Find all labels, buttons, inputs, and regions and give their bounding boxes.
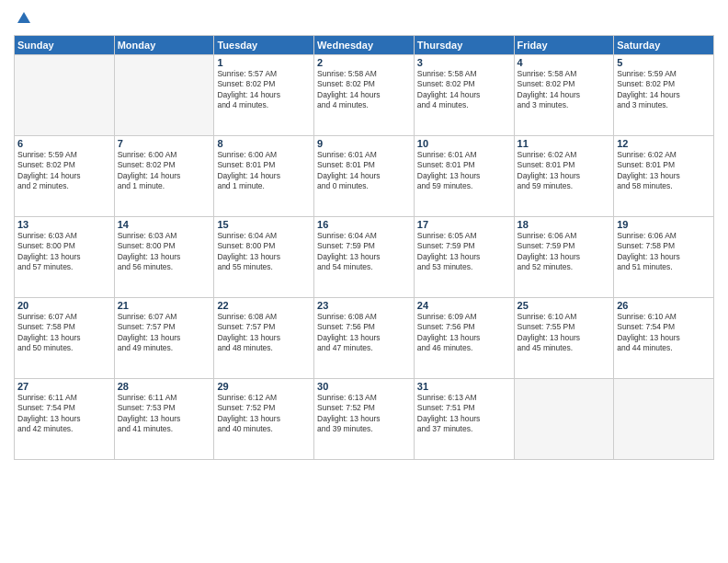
day-detail: Sunrise: 6:11 AM Sunset: 7:54 PM Dayligh… (17, 393, 111, 435)
day-number: 2 (317, 57, 411, 68)
day-number: 15 (217, 219, 311, 230)
calendar: SundayMondayTuesdayWednesdayThursdayFrid… (14, 35, 714, 460)
day-cell: 28Sunrise: 6:11 AM Sunset: 7:53 PM Dayli… (114, 378, 214, 459)
day-detail: Sunrise: 6:13 AM Sunset: 7:51 PM Dayligh… (417, 393, 511, 435)
logo-text (14, 9, 32, 28)
day-detail: Sunrise: 6:06 AM Sunset: 7:59 PM Dayligh… (518, 231, 611, 273)
week-row-1: 1Sunrise: 5:57 AM Sunset: 8:02 PM Daylig… (15, 54, 714, 135)
day-cell: 7Sunrise: 6:00 AM Sunset: 8:02 PM Daylig… (114, 135, 214, 216)
day-cell: 5Sunrise: 5:59 AM Sunset: 8:02 PM Daylig… (614, 54, 714, 135)
day-number: 24 (417, 300, 511, 311)
day-cell: 18Sunrise: 6:06 AM Sunset: 7:59 PM Dayli… (514, 216, 614, 297)
day-number: 20 (17, 300, 111, 311)
day-number: 23 (317, 300, 411, 311)
day-detail: Sunrise: 6:10 AM Sunset: 7:55 PM Dayligh… (518, 312, 611, 354)
day-detail: Sunrise: 6:13 AM Sunset: 7:52 PM Dayligh… (317, 393, 411, 435)
week-row-3: 13Sunrise: 6:03 AM Sunset: 8:00 PM Dayli… (15, 216, 714, 297)
day-cell: 13Sunrise: 6:03 AM Sunset: 8:00 PM Dayli… (15, 216, 115, 297)
col-header-wednesday: Wednesday (314, 35, 415, 54)
day-number: 8 (217, 138, 311, 149)
day-detail: Sunrise: 6:01 AM Sunset: 8:01 PM Dayligh… (317, 150, 411, 192)
day-cell (15, 54, 115, 135)
calendar-header-row: SundayMondayTuesdayWednesdayThursdayFrid… (15, 35, 714, 54)
day-detail: Sunrise: 6:02 AM Sunset: 8:01 PM Dayligh… (518, 150, 611, 192)
day-cell (114, 54, 214, 135)
day-number: 28 (118, 381, 211, 392)
day-number: 27 (17, 381, 111, 392)
day-cell: 26Sunrise: 6:10 AM Sunset: 7:54 PM Dayli… (614, 297, 714, 378)
day-cell: 4Sunrise: 5:58 AM Sunset: 8:02 PM Daylig… (514, 54, 614, 135)
day-cell: 17Sunrise: 6:05 AM Sunset: 7:59 PM Dayli… (414, 216, 514, 297)
day-number: 7 (118, 138, 211, 149)
day-cell: 3Sunrise: 5:58 AM Sunset: 8:02 PM Daylig… (414, 54, 514, 135)
day-cell (614, 378, 714, 459)
day-detail: Sunrise: 5:58 AM Sunset: 8:02 PM Dayligh… (317, 69, 411, 111)
day-number: 4 (518, 57, 611, 68)
week-row-4: 20Sunrise: 6:07 AM Sunset: 7:58 PM Dayli… (15, 297, 714, 378)
day-number: 14 (118, 219, 211, 230)
day-number: 3 (417, 57, 511, 68)
week-row-5: 27Sunrise: 6:11 AM Sunset: 7:54 PM Dayli… (15, 378, 714, 459)
day-cell: 11Sunrise: 6:02 AM Sunset: 8:01 PM Dayli… (514, 135, 614, 216)
day-detail: Sunrise: 5:58 AM Sunset: 8:02 PM Dayligh… (417, 69, 511, 111)
day-detail: Sunrise: 5:59 AM Sunset: 8:02 PM Dayligh… (617, 69, 711, 111)
day-detail: Sunrise: 5:59 AM Sunset: 8:02 PM Dayligh… (17, 150, 111, 192)
day-number: 9 (317, 138, 411, 149)
col-header-thursday: Thursday (414, 35, 514, 54)
day-cell: 29Sunrise: 6:12 AM Sunset: 7:52 PM Dayli… (214, 378, 314, 459)
day-number: 31 (417, 381, 511, 392)
day-detail: Sunrise: 6:04 AM Sunset: 8:00 PM Dayligh… (217, 231, 311, 273)
day-cell: 14Sunrise: 6:03 AM Sunset: 8:00 PM Dayli… (114, 216, 214, 297)
day-detail: Sunrise: 6:03 AM Sunset: 8:00 PM Dayligh… (17, 231, 111, 273)
day-detail: Sunrise: 6:12 AM Sunset: 7:52 PM Dayligh… (217, 393, 311, 435)
day-number: 18 (518, 219, 611, 230)
day-cell: 6Sunrise: 5:59 AM Sunset: 8:02 PM Daylig… (15, 135, 115, 216)
logo (14, 9, 32, 28)
day-cell: 15Sunrise: 6:04 AM Sunset: 8:00 PM Dayli… (214, 216, 314, 297)
day-detail: Sunrise: 6:11 AM Sunset: 7:53 PM Dayligh… (118, 393, 211, 435)
day-detail: Sunrise: 6:04 AM Sunset: 7:59 PM Dayligh… (317, 231, 411, 273)
day-cell: 1Sunrise: 5:57 AM Sunset: 8:02 PM Daylig… (214, 54, 314, 135)
day-detail: Sunrise: 6:05 AM Sunset: 7:59 PM Dayligh… (417, 231, 511, 273)
day-detail: Sunrise: 6:07 AM Sunset: 7:57 PM Dayligh… (118, 312, 211, 354)
day-number: 6 (17, 138, 111, 149)
day-number: 16 (317, 219, 411, 230)
page: SundayMondayTuesdayWednesdayThursdayFrid… (0, 0, 728, 563)
day-number: 25 (518, 300, 611, 311)
day-number: 1 (217, 57, 311, 68)
day-cell: 23Sunrise: 6:08 AM Sunset: 7:56 PM Dayli… (314, 297, 415, 378)
day-number: 13 (17, 219, 111, 230)
day-cell: 22Sunrise: 6:08 AM Sunset: 7:57 PM Dayli… (214, 297, 314, 378)
day-cell: 27Sunrise: 6:11 AM Sunset: 7:54 PM Dayli… (15, 378, 115, 459)
day-detail: Sunrise: 6:02 AM Sunset: 8:01 PM Dayligh… (617, 150, 711, 192)
day-number: 5 (617, 57, 711, 68)
day-cell: 9Sunrise: 6:01 AM Sunset: 8:01 PM Daylig… (314, 135, 415, 216)
col-header-monday: Monday (114, 35, 214, 54)
day-cell: 16Sunrise: 6:04 AM Sunset: 7:59 PM Dayli… (314, 216, 415, 297)
day-number: 30 (317, 381, 411, 392)
day-cell: 24Sunrise: 6:09 AM Sunset: 7:56 PM Dayli… (414, 297, 514, 378)
day-cell: 19Sunrise: 6:06 AM Sunset: 7:58 PM Dayli… (614, 216, 714, 297)
day-number: 22 (217, 300, 311, 311)
day-detail: Sunrise: 6:01 AM Sunset: 8:01 PM Dayligh… (417, 150, 511, 192)
day-detail: Sunrise: 6:06 AM Sunset: 7:58 PM Dayligh… (617, 231, 711, 273)
day-detail: Sunrise: 6:00 AM Sunset: 8:02 PM Dayligh… (118, 150, 211, 192)
day-number: 29 (217, 381, 311, 392)
day-detail: Sunrise: 5:57 AM Sunset: 8:02 PM Dayligh… (217, 69, 311, 111)
day-detail: Sunrise: 6:00 AM Sunset: 8:01 PM Dayligh… (217, 150, 311, 192)
week-row-2: 6Sunrise: 5:59 AM Sunset: 8:02 PM Daylig… (15, 135, 714, 216)
day-detail: Sunrise: 6:07 AM Sunset: 7:58 PM Dayligh… (17, 312, 111, 354)
day-cell (514, 378, 614, 459)
day-cell: 31Sunrise: 6:13 AM Sunset: 7:51 PM Dayli… (414, 378, 514, 459)
svg-marker-0 (17, 12, 30, 23)
day-detail: Sunrise: 6:10 AM Sunset: 7:54 PM Dayligh… (617, 312, 711, 354)
day-cell: 30Sunrise: 6:13 AM Sunset: 7:52 PM Dayli… (314, 378, 415, 459)
day-cell: 8Sunrise: 6:00 AM Sunset: 8:01 PM Daylig… (214, 135, 314, 216)
day-detail: Sunrise: 6:09 AM Sunset: 7:56 PM Dayligh… (417, 312, 511, 354)
day-cell: 25Sunrise: 6:10 AM Sunset: 7:55 PM Dayli… (514, 297, 614, 378)
day-cell: 21Sunrise: 6:07 AM Sunset: 7:57 PM Dayli… (114, 297, 214, 378)
logo-icon (16, 10, 32, 27)
day-cell: 12Sunrise: 6:02 AM Sunset: 8:01 PM Dayli… (614, 135, 714, 216)
day-detail: Sunrise: 6:03 AM Sunset: 8:00 PM Dayligh… (118, 231, 211, 273)
day-number: 17 (417, 219, 511, 230)
